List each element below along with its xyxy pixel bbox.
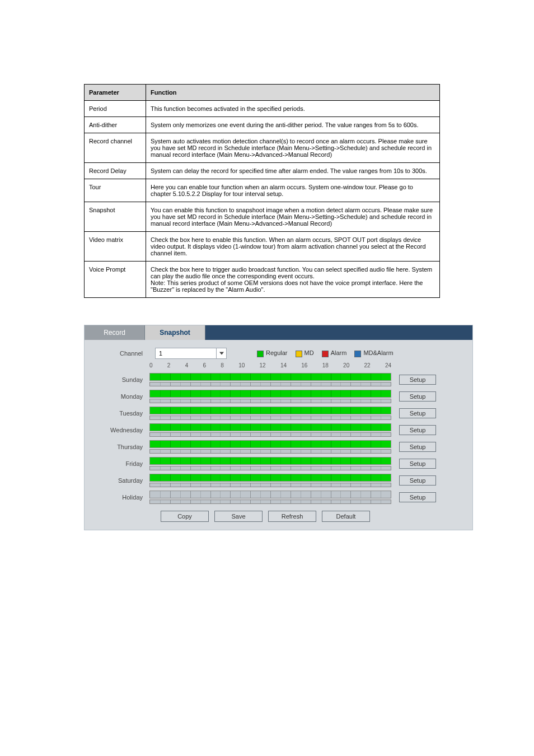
param-desc: System only memorizes one event during t… [146, 117, 440, 133]
day-bar-secondary[interactable] [149, 416, 391, 420]
param-name: Anti-dither [85, 117, 146, 133]
day-bars [149, 407, 391, 420]
param-name: Video matrix [85, 232, 146, 262]
day-label: Friday [89, 460, 149, 467]
hour-tick: 24 [385, 362, 391, 368]
param-desc: System can delay the record for specifie… [146, 163, 440, 179]
param-row: Anti-ditherSystem only memorizes one eve… [85, 117, 440, 133]
tab-snapshot[interactable]: Snapshot [145, 325, 205, 340]
day-row: ThursdaySetup [89, 440, 462, 454]
day-row: HolidaySetup [89, 491, 462, 504]
day-bar-secondary[interactable] [149, 382, 391, 386]
day-label: Thursday [89, 444, 149, 450]
day-bar-regular[interactable] [149, 373, 391, 381]
day-row: WednesdaySetup [89, 423, 462, 437]
setup-button[interactable]: Setup [399, 475, 436, 486]
hour-tick: 22 [364, 362, 370, 368]
day-bars [149, 440, 391, 454]
setup-button[interactable]: Setup [399, 375, 436, 385]
setup-button[interactable]: Setup [399, 425, 436, 435]
legend-mdalarm: MD&Alarm [363, 349, 393, 356]
hour-tick: 2 [167, 362, 171, 368]
setup-button[interactable]: Setup [399, 459, 436, 469]
hour-tick: 20 [343, 362, 349, 368]
legend-swatch-regular [257, 351, 264, 357]
param-name: Snapshot [85, 202, 146, 232]
day-bars [149, 457, 391, 470]
day-bar-regular[interactable] [149, 457, 391, 465]
hour-tick: 0 [149, 362, 153, 368]
day-bar-regular[interactable] [149, 407, 391, 414]
day-label: Holiday [89, 494, 149, 501]
chevron-down-icon [216, 348, 226, 358]
hour-tick: 18 [322, 362, 329, 368]
setup-button[interactable]: Setup [399, 408, 436, 418]
day-bar-secondary[interactable] [149, 466, 391, 470]
day-label: Tuesday [89, 410, 149, 417]
refresh-button[interactable]: Refresh [268, 511, 316, 522]
day-bar-secondary[interactable] [149, 449, 391, 454]
hour-axis: 024681012141618202224 [149, 362, 391, 370]
param-name: Record channel [85, 133, 146, 163]
day-row: MondaySetup [89, 390, 462, 403]
day-bars [149, 423, 391, 437]
param-row: Record DelaySystem can delay the record … [85, 163, 440, 179]
day-bar-regular[interactable] [149, 491, 391, 498]
hour-tick: 4 [185, 362, 189, 368]
tab-filler [205, 325, 472, 340]
day-bars [149, 373, 391, 386]
day-bar-regular[interactable] [149, 423, 391, 431]
setup-button[interactable]: Setup [399, 442, 436, 452]
param-row: Record channelSystem auto activates moti… [85, 133, 440, 163]
day-row: TuesdaySetup [89, 407, 462, 420]
day-bars [149, 474, 391, 487]
day-label: Wednesday [89, 427, 149, 433]
param-row: PeriodThis function becomes activated in… [85, 101, 440, 117]
channel-select-value: 1 [159, 350, 162, 357]
default-button[interactable]: Default [322, 511, 370, 522]
tab-record[interactable]: Record [85, 325, 145, 340]
legend-regular: Regular [266, 349, 288, 356]
legend-swatch-md [296, 351, 302, 357]
legend-swatch-mdalarm [354, 351, 361, 357]
param-row: Video matrixCheck the box here to enable… [85, 232, 440, 262]
day-row: SundaySetup [89, 373, 462, 386]
day-bar-secondary[interactable] [149, 432, 391, 437]
param-row: TourHere you can enable tour function wh… [85, 179, 440, 202]
param-name: Period [85, 101, 146, 117]
svg-marker-0 [219, 352, 224, 355]
param-header-function: Function [146, 85, 440, 101]
channel-label: Channel [95, 350, 149, 357]
param-desc: Check the box here to enable this functi… [146, 232, 440, 262]
param-desc: System auto activates motion detection c… [146, 133, 440, 163]
hour-tick: 12 [260, 362, 266, 368]
hour-tick: 14 [280, 362, 287, 368]
param-desc: You can enable this function to snapshoo… [146, 202, 440, 232]
day-bar-regular[interactable] [149, 390, 391, 398]
param-table: Parameter Function PeriodThis function b… [84, 84, 440, 298]
day-bar-secondary[interactable] [149, 399, 391, 403]
legend-swatch-alarm [322, 351, 329, 357]
channel-select[interactable]: 1 [155, 348, 227, 359]
setup-button[interactable]: Setup [399, 391, 436, 402]
day-bars [149, 390, 391, 403]
setup-button[interactable]: Setup [399, 492, 436, 502]
param-header-parameter: Parameter [85, 85, 146, 101]
day-bars [149, 491, 391, 504]
legend-md: MD [305, 349, 314, 356]
param-desc: Here you can enable tour function when a… [146, 179, 440, 202]
day-label: Monday [89, 393, 149, 400]
legend: Regular MD Alarm MD&Alarm [257, 349, 394, 357]
param-row: Voice PromptCheck the box here to trigge… [85, 262, 440, 298]
hour-tick: 16 [301, 362, 307, 368]
day-bar-regular[interactable] [149, 440, 391, 448]
param-row: SnapshotYou can enable this function to … [85, 202, 440, 232]
save-button[interactable]: Save [214, 511, 263, 522]
hour-tick: 8 [221, 362, 224, 368]
param-name: Record Delay [85, 163, 146, 179]
param-desc: Check the box here to trigger audio broa… [146, 262, 440, 298]
day-bar-secondary[interactable] [149, 483, 391, 487]
day-bar-regular[interactable] [149, 474, 391, 482]
day-bar-secondary[interactable] [149, 500, 391, 504]
copy-button[interactable]: Copy [161, 511, 209, 522]
